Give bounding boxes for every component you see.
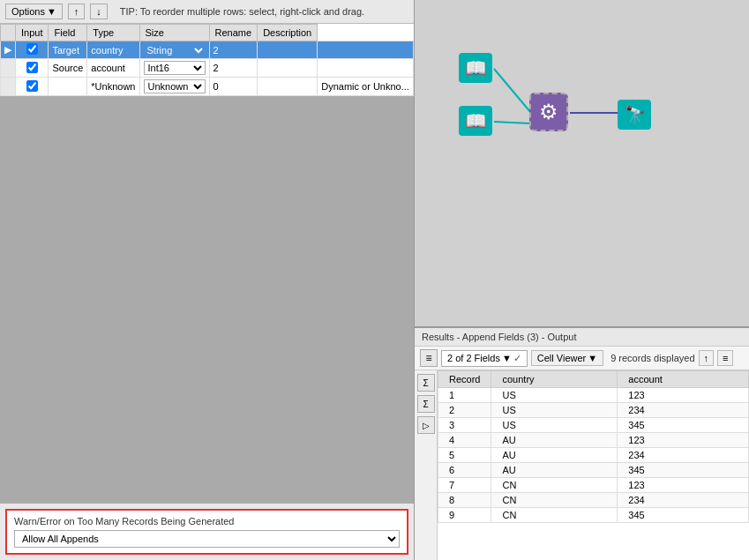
cell-account-4: 234	[618, 448, 749, 463]
book2-icon: 📖	[465, 110, 487, 131]
row-checkbox-1[interactable]	[26, 62, 38, 73]
fields-chevron-icon: ▼	[502, 353, 512, 363]
th-indicator	[1, 25, 16, 41]
type-dropdown-0[interactable]: StringInt16Int32Int64DoubleUnknown	[144, 44, 206, 56]
field-rename-0[interactable]	[258, 41, 318, 59]
allow-dropdown[interactable]: Allow All AppendsWarnError	[14, 530, 400, 548]
field-input-2	[49, 78, 87, 96]
th-description: Description	[258, 25, 318, 41]
data-row-4: 5AU234	[438, 448, 749, 463]
book1-node[interactable]: 📖	[459, 53, 492, 83]
field-size-1: 2	[209, 59, 258, 78]
cell-record-6: 7	[438, 478, 491, 493]
gear-node[interactable]: ⚙	[529, 93, 568, 131]
field-field-1: account	[87, 59, 139, 78]
svg-line-1	[494, 122, 531, 123]
field-type-cell-2[interactable]: StringInt16Int32Int64DoubleUnknown	[139, 78, 209, 96]
field-input-1: Source	[49, 59, 87, 78]
cell-record-7: 8	[438, 493, 491, 508]
cell-account-0: 123	[618, 388, 749, 403]
toolbar: Options ▼ ↑ ↓ TIP: To reorder multiple r…	[0, 0, 414, 24]
svg-line-0	[494, 69, 531, 113]
cell-country-4: AU	[491, 448, 618, 463]
filter-btn[interactable]: ▷	[417, 416, 435, 434]
data-row-8: 9CN345	[438, 508, 749, 523]
field-type-cell-0[interactable]: StringInt16Int32Int64DoubleUnknown	[139, 41, 209, 59]
cell-account-1: 234	[618, 403, 749, 418]
field-type-cell-1[interactable]: StringInt16Int32Int64DoubleUnknown	[139, 59, 209, 78]
field-size-0: 2	[209, 41, 258, 59]
row-checkbox-2[interactable]	[26, 80, 38, 92]
field-rename-1[interactable]	[258, 59, 318, 78]
results-content: Σ Σ ▷ Recordcountryaccount 1US1232US2343…	[415, 370, 749, 560]
field-row-1: SourceaccountStringInt16Int32Int64Double…	[1, 59, 414, 78]
side-toolbar: Σ Σ ▷	[415, 370, 438, 560]
book1-icon: 📖	[465, 57, 487, 78]
type-dropdown-2[interactable]: StringInt16Int32Int64DoubleUnknown	[144, 79, 206, 93]
field-description-0	[318, 41, 414, 59]
cell-record-1: 2	[438, 403, 491, 418]
data-row-2: 3US345	[438, 418, 749, 433]
row-checkbox-0[interactable]	[26, 43, 38, 55]
cell-country-2: US	[491, 418, 618, 433]
row-indicator-1	[1, 59, 16, 78]
data-col-country: country	[491, 371, 618, 388]
cell-account-6: 123	[618, 478, 749, 493]
data-row-5: 6AU345	[438, 463, 749, 478]
cell-account-8: 345	[618, 508, 749, 523]
cell-country-1: US	[491, 403, 618, 418]
gray-area	[0, 96, 414, 504]
left-panel: Options ▼ ↑ ↓ TIP: To reorder multiple r…	[0, 0, 415, 560]
field-field-2: *Unknown	[87, 78, 139, 96]
sigma2-btn[interactable]: Σ	[417, 395, 435, 413]
fields-selector[interactable]: 2 of 2 Fields ▼ ✓	[441, 350, 528, 367]
options-label: Options	[11, 6, 45, 17]
row-indicator-0: ▶	[1, 41, 16, 59]
cell-account-5: 345	[618, 463, 749, 478]
th-rename: Rename	[209, 25, 258, 41]
cell-record-8: 9	[438, 508, 491, 523]
cell-record-0: 1	[438, 388, 491, 403]
move-up-button[interactable]: ↑	[68, 4, 86, 19]
data-row-3: 4AU123	[438, 433, 749, 448]
cell-record-5: 6	[438, 463, 491, 478]
row-indicator-2	[1, 78, 16, 96]
cell-account-3: 123	[618, 433, 749, 448]
field-row-2: *UnknownStringInt16Int32Int64DoubleUnkno…	[1, 78, 414, 96]
options-chevron-icon: ▼	[47, 6, 56, 17]
cell-viewer-button[interactable]: Cell Viewer ▼	[531, 350, 603, 366]
field-rename-2[interactable]	[258, 78, 318, 96]
cell-account-2: 345	[618, 418, 749, 433]
th-input: Input	[16, 25, 49, 41]
field-table: Input Field Type Size Rename Description…	[0, 24, 414, 96]
th-size: Size	[139, 25, 209, 41]
options-button[interactable]: Options ▼	[5, 4, 63, 19]
results-panel: Results - Append Fields (3) - Output ≡ 2…	[415, 326, 749, 560]
sigma-btn[interactable]: Σ	[417, 374, 435, 392]
cell-viewer-label: Cell Viewer	[537, 353, 586, 363]
type-dropdown-1[interactable]: StringInt16Int32Int64DoubleUnknown	[144, 61, 206, 75]
data-table-wrapper: Recordcountryaccount 1US1232US2343US3454…	[438, 370, 749, 560]
move-down-button[interactable]: ↓	[90, 4, 108, 19]
results-nav-more[interactable]: ≡	[717, 350, 733, 366]
cell-country-8: CN	[491, 508, 618, 523]
cell-country-3: AU	[491, 433, 618, 448]
field-field-0: country	[87, 41, 139, 59]
results-grid-icon[interactable]: ≡	[420, 349, 438, 367]
binoculars-node[interactable]: 🔭	[618, 100, 651, 130]
results-header: Results - Append Fields (3) - Output	[415, 328, 749, 347]
row-checkbox-cell-0[interactable]	[16, 41, 49, 59]
results-nav-up[interactable]: ↑	[699, 350, 715, 366]
field-description-2: Dynamic or Unkno...	[318, 78, 414, 96]
canvas-area: 📖 📖 ⚙ 🔭	[415, 0, 749, 326]
row-checkbox-cell-1[interactable]	[16, 59, 49, 78]
data-col-record: Record	[438, 371, 491, 388]
cell-account-7: 234	[618, 493, 749, 508]
book2-node[interactable]: 📖	[459, 106, 492, 136]
row-checkbox-cell-2[interactable]	[16, 78, 49, 96]
field-description-1	[318, 59, 414, 78]
tip-text: TIP: To reorder multiple rows: select, r…	[120, 6, 364, 17]
field-size-2: 0	[209, 78, 258, 96]
right-panel: 📖 📖 ⚙ 🔭 Results - Append Fields (3) - Ou…	[415, 0, 749, 560]
fields-selector-text: 2 of 2 Fields	[447, 353, 500, 363]
